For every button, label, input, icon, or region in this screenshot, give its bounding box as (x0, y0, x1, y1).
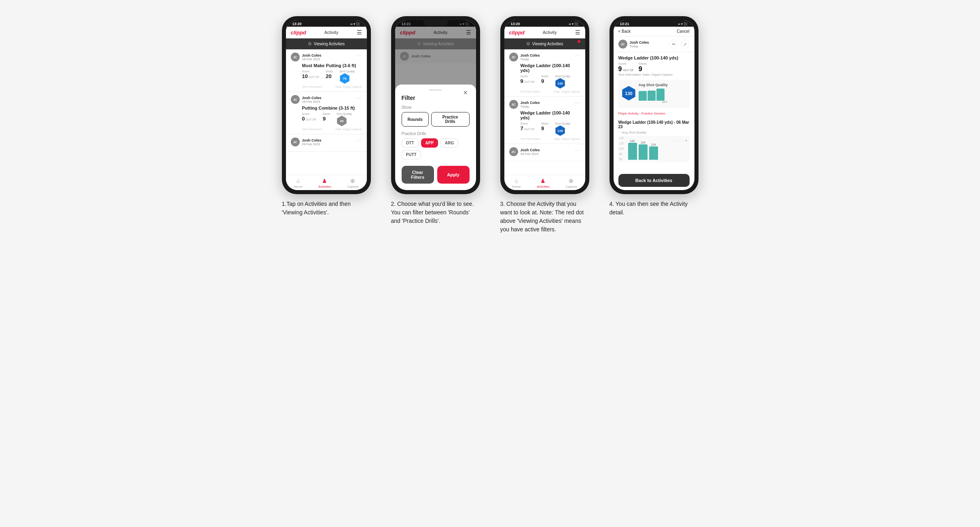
phone-2-screen: 13:21 ▪▪ ▾ ⬛ clippd Activity ☰ ⚙ Viewing… (395, 20, 476, 190)
caption-3: 3. Choose the Activity that you want to … (500, 200, 589, 234)
back-link-4[interactable]: < Back (618, 29, 631, 34)
hamburger-icon-3[interactable]: ☰ (575, 29, 580, 36)
nav-activities-1[interactable]: ♟ Activities (318, 178, 331, 188)
info-label-4: Test Information (618, 73, 641, 76)
quality-chart-title-4: Avg Shot Quality (639, 83, 668, 87)
detail-user-left-4: JC Josh Coles Today (618, 40, 649, 49)
dots-menu-3-1[interactable]: ··· (575, 53, 580, 58)
arg-btn[interactable]: ARG (440, 138, 458, 148)
score-num-4: 9 OUT OF (618, 66, 634, 73)
activity-card-3-2[interactable]: JC Josh Coles Today ··· Wedge Ladder (10… (504, 97, 585, 144)
activity-card-1-3[interactable]: JC Josh Coles 28 Feb 2023 ··· (286, 134, 367, 152)
card-header-1-1: JC Josh Coles 28 Feb 2023 ··· (291, 53, 362, 61)
hamburger-icon-1[interactable]: ☰ (357, 29, 362, 36)
session-name-4: Practice Session (641, 112, 665, 115)
nav-home-label-3: Home (512, 185, 521, 188)
shots-label-1-1: Shots (326, 70, 333, 73)
card-footer-3-1: Test Information Data: Clippd Capture (509, 90, 580, 93)
phone-1-notch (314, 20, 339, 26)
activity-card-3-3[interactable]: JC Josh Coles 28 Feb 2023 ··· (504, 144, 585, 161)
score-label-1-2: Score (302, 112, 317, 115)
expand-icon-4[interactable]: ⤢ (681, 40, 690, 49)
session-label-4: Player Activity › Practice Session (618, 112, 690, 115)
card-user-3-2: JC Josh Coles Today (509, 100, 540, 109)
quality-hex-3-1: 130 (555, 78, 565, 89)
bottom-nav-1: ⌂ Home ♟ Activities ⊕ Capture (286, 175, 367, 190)
caption-4: 4. You can then see the Activity detail. (610, 200, 698, 217)
shots-num-4: 9 (639, 66, 647, 73)
info-row-4: Test Information Data: Clippd Capture (618, 73, 690, 76)
quality-label-3-2: Shot Quality (555, 122, 570, 125)
footer-right-3-2: Data: Clippd Capture (554, 138, 580, 140)
phone-4-section: 13:21 ▪▪ ▾ ⬛ < Back Cancel JC Josh Coles… (605, 16, 703, 217)
nav-capture-label-1: Capture (347, 185, 358, 188)
app-header-3: clippd Activity ☰ (504, 27, 585, 38)
dots-menu-3-3[interactable]: ··· (575, 147, 580, 153)
nav-home-3[interactable]: ⌂ Home (512, 178, 521, 188)
rounds-btn[interactable]: Rounds (402, 112, 429, 127)
caption-1: 1.Tap on Activities and then 'Viewing Ac… (282, 200, 371, 217)
back-to-activities-btn-4[interactable]: Back to Activities (618, 174, 690, 187)
user-name-3-3: Josh Coles (521, 148, 540, 152)
drill-chart-section-4: Wedge Ladder (100-140 yds) - 06 Mar 23 ⋯… (618, 120, 690, 162)
viewing-banner-3[interactable]: ⚙ Viewing Activities (504, 38, 585, 49)
nav-home-1[interactable]: ⌂ Home (294, 178, 302, 188)
quality-hex-3-2: 118 (555, 125, 565, 136)
nav-activities-3[interactable]: ♟ Activities (537, 178, 550, 188)
avatar-1-1: JC (291, 53, 300, 61)
user-date-4: Today (630, 44, 649, 48)
quality-right-4: Avg Shot Quality APP (639, 83, 668, 104)
footer-left-3-1: Test Information (521, 90, 541, 93)
activity-card-3-1[interactable]: JC Josh Coles Today ··· Wedge Ladder (10… (504, 49, 585, 97)
practice-type-buttons: OTT APP ARG PUTT (402, 138, 470, 159)
viewing-banner-1[interactable]: ⚙ Viewing Activities (286, 38, 367, 49)
app-btn[interactable]: APP (421, 138, 438, 148)
nav-capture-1[interactable]: ⊕ Capture (347, 178, 358, 188)
user-name-4: Josh Coles (630, 40, 649, 44)
shots-value-1-1: 20 (326, 73, 333, 79)
scroll-area-1: JC Josh Coles 28 Feb 2023 ··· Must Make … (286, 49, 367, 175)
viewing-banner-text-1: Viewing Activities (314, 42, 345, 46)
footer-right-1-1: Data: Clippd Capture (335, 85, 362, 88)
viewing-banner-text-3: Viewing Activities (532, 42, 563, 46)
dots-menu-3-2[interactable]: ··· (575, 100, 580, 106)
practice-label: Practice Drills (402, 131, 470, 136)
ott-btn[interactable]: OTT (402, 138, 419, 148)
app-logo-1: clippd (291, 30, 306, 36)
shots-value-1-2: 9 (323, 116, 330, 122)
putt-btn[interactable]: PUTT (402, 150, 421, 159)
modal-handle (429, 89, 442, 91)
nav-capture-3[interactable]: ⊕ Capture (565, 178, 577, 188)
modal-close-btn[interactable]: ✕ (463, 89, 468, 96)
modal-action-buttons: Clear Filters Apply (402, 166, 470, 184)
card-footer-1-1: Test Information Data: Clippd Capture (291, 85, 362, 88)
home-icon-1: ⌂ (296, 178, 300, 184)
filter-modal: ✕ Filter Show Rounds Practice Drills Pra… (395, 85, 476, 190)
phone-2-section: 13:21 ▪▪ ▾ ⬛ clippd Activity ☰ ⚙ Viewing… (387, 16, 484, 225)
edit-icon-4[interactable]: ✏ (669, 40, 678, 49)
app-header-1: clippd Activity ☰ (286, 27, 367, 38)
dots-menu-1-3[interactable]: ··· (356, 138, 362, 143)
shots-group-4: Shots 9 (639, 62, 647, 73)
dots-menu-1-2[interactable]: ··· (356, 95, 362, 101)
user-date-3-3: 28 Feb 2023 (521, 152, 540, 156)
user-info-1-1: Josh Coles 28 Feb 2023 (302, 53, 322, 61)
activity-card-1-2[interactable]: JC Josh Coles 28 Feb 2023 ··· Putting Co… (286, 92, 367, 134)
nav-home-label-1: Home (294, 185, 302, 188)
shots-label-4: Shots (639, 62, 647, 66)
clear-filters-btn[interactable]: Clear Filters (402, 166, 434, 184)
apply-btn[interactable]: Apply (437, 166, 470, 184)
practice-drills-btn[interactable]: Practice Drills (431, 112, 470, 127)
dots-menu-1-1[interactable]: ··· (356, 53, 362, 58)
phones-row: 13:20 ▪▪ ▾ ⬛ clippd Activity ☰ ⚙ Viewing… (278, 16, 703, 234)
shots-block-1-1: Shots 20 (326, 70, 333, 84)
detail-content-4: Wedge Ladder (100-140 yds) Score 9 OUT O… (614, 52, 694, 174)
score-label-3-2: Score (521, 122, 535, 125)
cancel-link-4[interactable]: Cancel (677, 29, 689, 34)
activity-card-1-1[interactable]: JC Josh Coles 28 Feb 2023 ··· Must Make … (286, 49, 367, 92)
filter-type-buttons: Rounds Practice Drills (402, 112, 470, 127)
outof-4: OUT OF (623, 69, 633, 72)
capture-icon-3: ⊕ (569, 178, 574, 184)
card-user-3-1: JC Josh Coles Today (509, 53, 540, 61)
status-icons-1: ▪▪ ▾ ⬛ (350, 22, 360, 26)
